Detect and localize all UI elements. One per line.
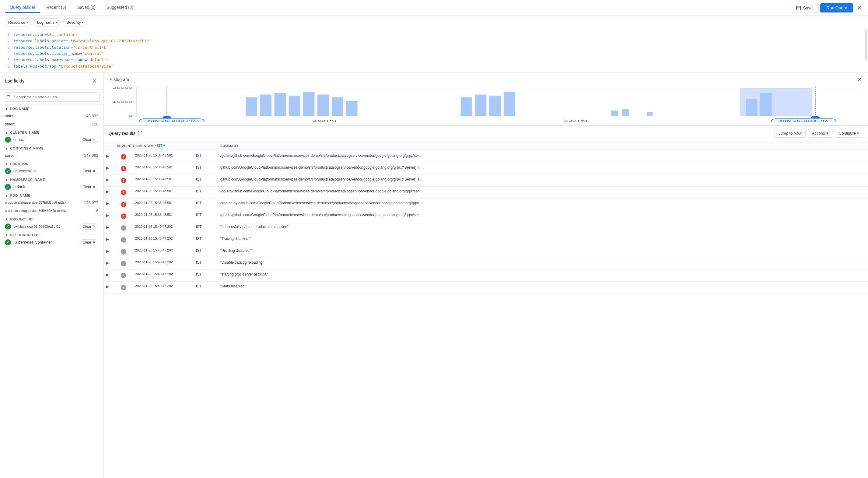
expand-cell[interactable]: ▶ <box>103 235 115 243</box>
th-tz <box>193 143 218 149</box>
clear-resource-button[interactable]: Clear ✕ <box>80 239 98 245</box>
field-pod2[interactable]: productcatalogservice-5c5f48984c-mbzkz 6 <box>0 207 103 215</box>
expand-cell[interactable]: ▶ <box>103 283 115 290</box>
expand-button[interactable]: ▶ <box>106 284 109 289</box>
expand-button[interactable]: ▶ <box>106 272 109 277</box>
histogram-close-button[interactable]: ✕ <box>857 76 862 83</box>
section-resource-type[interactable]: ▲ RESOURCE TYPE <box>0 231 103 238</box>
expand-cell[interactable]: ▶ <box>103 247 115 255</box>
query-editor[interactable]: 1 resource.type=k8s_container 2 resource… <box>0 29 868 72</box>
top-actions: 💾 Save Run Query ✕ <box>791 3 863 13</box>
clear-project-x: ✕ <box>93 225 96 229</box>
expand-button[interactable]: ▶ <box>106 237 109 241</box>
tab-saved[interactable]: Saved (0) <box>72 2 100 13</box>
severity-info-icon: – <box>121 249 126 255</box>
svg-rect-20 <box>622 109 629 116</box>
expand-button[interactable]: ▶ <box>106 177 109 182</box>
expand-cell[interactable]: ▶ <box>103 223 115 231</box>
table-row[interactable]: ▶ ! 2020-11-26 15:36:43.581 IST created … <box>103 199 868 210</box>
table-row[interactable]: ▶ – 2020-11-26 15:40:47.202 IST "Profili… <box>103 246 868 258</box>
section-pod-name[interactable]: ▲ POD_NAME <box>0 191 103 199</box>
svg-text:Nov 26, 3:44 PM: Nov 26, 3:44 PM <box>780 119 828 122</box>
field-stdout[interactable]: stdout 148,833 <box>0 112 103 120</box>
clear-central-x: ✕ <box>93 138 96 142</box>
results-header: Query results ⛶ Jump to Now Actions ▾ Co… <box>103 126 868 141</box>
expand-button[interactable]: ▶ <box>106 153 109 158</box>
jump-to-now-button[interactable]: Jump to Now <box>775 129 806 138</box>
configure-button[interactable]: Configure ▾ <box>835 129 863 138</box>
table-row[interactable]: ▶ – 2020-11-26 15:40:47.202 IST "Tracing… <box>103 234 868 246</box>
severity-cell: – <box>115 223 133 233</box>
section-label-project: PROJECT_ID <box>10 217 33 221</box>
clear-project-button[interactable]: Clear ✕ <box>80 223 98 230</box>
clear-central-button[interactable]: Clear ✕ <box>80 137 98 143</box>
th-timestamp[interactable]: TIMESTAMP IST ▾ <box>133 143 193 149</box>
table-row[interactable]: ▶ – 2020-11-26 15:40:47.202 IST "Disable… <box>103 258 868 270</box>
table-row[interactable]: ▶ – 2020-11-26 15:40:47.202 IST "Stats d… <box>103 281 868 294</box>
tz-cell: IST <box>193 164 218 171</box>
editor-scrollbar[interactable] <box>865 29 867 60</box>
section-cluster-name[interactable]: ▲ CLUSTER_NAME <box>0 128 103 136</box>
close-button[interactable]: ✕ <box>856 3 863 13</box>
expand-cell[interactable]: ▶ <box>103 212 115 219</box>
section-container-name[interactable]: ▲ CONTAINER_NAME <box>0 144 103 151</box>
expand-cell[interactable]: ▶ <box>103 200 115 207</box>
clear-namespace-x: ✕ <box>93 185 96 189</box>
section-log-name[interactable]: ▲ LOG NAME <box>0 104 103 112</box>
section-location[interactable]: ▲ LOCATION <box>0 159 103 167</box>
expand-button[interactable]: ▶ <box>106 213 109 218</box>
log-fields-close-button[interactable]: ✕ <box>91 76 98 86</box>
table-row[interactable]: ▶ ! 2020-11-26 15:36:43.581 IST github.c… <box>103 175 868 187</box>
field-kubernetes-container[interactable]: ✓ Kubernetes Container Clear ✕ <box>0 238 103 247</box>
table-row[interactable]: ▶ – 2020-11-26 15:40:47.202 IST "startin… <box>103 270 868 281</box>
expand-button[interactable]: ▶ <box>106 248 109 253</box>
section-namespace[interactable]: ▲ NAMESPACE_NAME <box>0 175 103 183</box>
field-us-central1-b[interactable]: ✓ us-central1-b Clear ✕ <box>0 167 103 175</box>
table-row[interactable]: ▶ – 2020-11-26 15:40:47.202 IST "success… <box>103 222 868 234</box>
field-location-left: ✓ us-central1-b <box>5 168 36 174</box>
expand-cell[interactable]: ▶ <box>103 188 115 195</box>
clear-location-button[interactable]: Clear ✕ <box>80 168 98 174</box>
expand-button[interactable]: ▶ <box>106 260 109 265</box>
field-default[interactable]: ✓ default Clear ✕ <box>0 183 103 191</box>
search-input[interactable] <box>4 92 99 102</box>
summary-cell: "successfully parsed product catalog jso… <box>218 223 868 230</box>
table-row[interactable]: ▶ ! 2020-11-26 15:36:43.581 IST /go/src/… <box>103 187 868 199</box>
tab-recent[interactable]: Recent (6) <box>41 2 71 13</box>
field-central[interactable]: ✓ central Clear ✕ <box>0 136 103 144</box>
severity-filter[interactable]: Severity ▾ <box>63 18 87 27</box>
logname-filter[interactable]: Log name ▾ <box>34 18 61 27</box>
field-name-server: server <box>5 153 16 158</box>
timestamp-cell: 2020-11-26 15:40:47.202 <box>133 283 193 289</box>
section-project-id[interactable]: ▲ PROJECT_ID <box>0 215 103 222</box>
tab-query-builder[interactable]: Query builder <box>5 2 40 13</box>
expand-cell[interactable]: ▶ <box>103 259 115 266</box>
expand-button[interactable]: ▶ <box>106 189 109 194</box>
expand-cell[interactable]: ▶ <box>103 271 115 278</box>
expand-cell[interactable]: ▶ <box>103 164 115 171</box>
field-stderr[interactable]: stderr 150 <box>0 120 103 128</box>
expand-button[interactable]: ▶ <box>106 165 109 170</box>
tab-suggested[interactable]: Suggested (3) <box>102 2 138 13</box>
actions-button[interactable]: Actions ▾ <box>808 129 832 138</box>
table-row[interactable]: ▶ ! 2020-11-26 15:36:43.581 IST /go/src/… <box>103 210 868 222</box>
run-query-button[interactable]: Run Query <box>820 3 853 12</box>
expand-button[interactable]: ▶ <box>106 201 109 206</box>
resource-filter[interactable]: Resource ▾ <box>5 18 31 27</box>
field-project-id[interactable]: ✓ qwiklabs-gcp-01-29893ea3df01 Clear ✕ <box>0 222 103 231</box>
fullscreen-icon[interactable]: ⛶ <box>138 130 143 136</box>
severity-error-icon: ! <box>121 202 126 207</box>
results-title-text: Query results <box>108 130 135 136</box>
svg-rect-12 <box>317 94 329 116</box>
svg-rect-18 <box>504 92 515 116</box>
svg-rect-24 <box>760 93 772 116</box>
save-button[interactable]: 💾 Save <box>791 3 818 13</box>
clear-namespace-button[interactable]: Clear ✕ <box>80 184 98 190</box>
field-server[interactable]: server 148,983 <box>0 151 103 159</box>
field-pod1[interactable]: productcatalogservice-857b8d5dc6-qr2sx 1… <box>0 199 103 207</box>
expand-cell[interactable]: ▶ <box>103 176 115 183</box>
expand-cell[interactable]: ▶ <box>103 152 115 159</box>
table-row[interactable]: ▶ ! 2020-11-26 15:36:43.581 IST /go/src/… <box>103 151 868 163</box>
table-row[interactable]: ▶ ! 2020-11-26 15:36:43.581 IST github.c… <box>103 163 868 175</box>
expand-button[interactable]: ▶ <box>106 225 109 230</box>
